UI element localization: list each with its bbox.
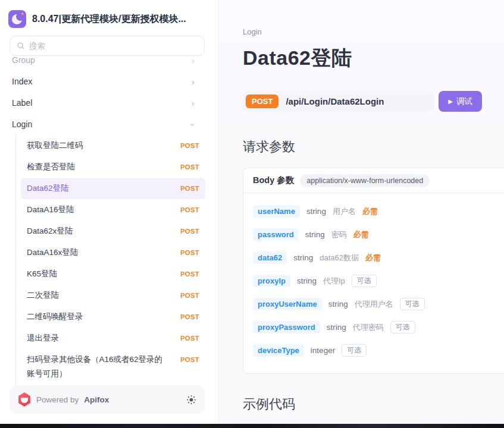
param-description: 代理密码 (353, 322, 384, 333)
search-icon (17, 42, 25, 50)
param-description: 密码 (331, 229, 347, 240)
endpoint-row: POST /api/Login/Data62Login ▶ 调试 (243, 91, 504, 112)
body-params-header: Body 参数 application/x-www-form-urlencode… (243, 168, 504, 193)
window-bottom-edge (0, 424, 504, 428)
sidebar-group-index[interactable]: Index › (10, 71, 205, 92)
sidebar-nav: Group › Index › Label › Login › 获取登陆二维码 … (0, 49, 218, 385)
sidebar-item[interactable]: K65登陆 POST (21, 263, 205, 285)
param-list: userName string 用户名 必需 password string 密… (243, 193, 504, 373)
param-required-badge: 必需 (362, 206, 378, 217)
param-row: userName string 用户名 必需 (253, 202, 504, 221)
endpoint-bar[interactable]: POST /api/Login/Data62Login (243, 91, 434, 112)
param-name-pill: userName (253, 205, 300, 218)
app-header: ✦ 8.0.47|更新代理模块/更新授权模块... (0, 0, 218, 34)
sun-icon (186, 395, 196, 405)
param-type: string (293, 253, 313, 262)
param-name-pill: proxyPassword (253, 321, 320, 333)
powered-by-text: Powered by (36, 395, 79, 404)
chevron-down-icon: › (189, 123, 198, 126)
page-title: Data62登陆 (243, 45, 504, 72)
param-row: deviceType integer 可选 (253, 341, 504, 360)
param-name-pill: password (253, 228, 299, 241)
param-description: 代理用户名 (355, 299, 393, 310)
method-post-label: POST (180, 349, 199, 370)
sidebar-group-label[interactable]: Label › (10, 92, 205, 114)
search-wrap (0, 34, 218, 57)
debug-button-label: 调试 (456, 96, 472, 107)
sidebar-item[interactable]: DataA16x登陆 POST (21, 242, 205, 263)
chevron-right-icon: › (192, 99, 195, 108)
chevron-right-icon: › (192, 77, 195, 86)
theme-toggle-button[interactable] (186, 395, 196, 405)
search-input[interactable] (29, 42, 198, 51)
param-description: data62数据 (320, 253, 359, 263)
body-params-card: Body 参数 application/x-www-form-urlencode… (243, 168, 504, 374)
apifox-brand-text: Apifox (84, 395, 109, 404)
endpoint-path: /api/Login/Data62Login (286, 96, 384, 106)
param-row: data62 string data62数据 必需 (253, 248, 504, 268)
param-required-badge: 可选 (342, 344, 367, 357)
main-content: Login Data62登陆 POST /api/Login/Data62Log… (219, 0, 504, 424)
method-post-label: POST (180, 221, 199, 242)
method-post-badge: POST (246, 95, 278, 109)
breadcrumb: Login (243, 27, 504, 36)
param-type: string (305, 230, 325, 239)
param-required-badge: 可选 (390, 321, 415, 333)
sidebar-group-login[interactable]: Login › (10, 114, 205, 135)
sidebar-item[interactable]: 二次登陆 POST (21, 285, 205, 306)
param-type: integer (311, 346, 335, 355)
sample-code-heading: 示例代码 (243, 395, 504, 413)
param-row: proxyUserName string 代理用户名 可选 (253, 294, 504, 314)
sidebar-item[interactable]: Data62登陆 POST (21, 178, 205, 199)
method-post-label: POST (180, 178, 199, 199)
param-row: proxyPassword string 代理密码 可选 (253, 317, 504, 337)
method-post-label: POST (180, 263, 199, 285)
debug-button[interactable]: ▶ 调试 (439, 91, 482, 112)
content-type-pill: application/x-www-form-urlencoded (300, 174, 430, 187)
param-required-badge: 可选 (400, 298, 425, 310)
method-post-label: POST (180, 285, 199, 306)
sidebar-item[interactable]: 二维码唤醒登录 POST (21, 306, 205, 328)
sidebar: ✦ 8.0.47|更新代理模块/更新授权模块... Group › Index … (0, 0, 219, 424)
param-name-pill: deviceType (253, 344, 304, 357)
app-logo-icon: ✦ (8, 10, 26, 28)
method-post-label: POST (180, 135, 199, 156)
request-params-heading: 请求参数 (243, 138, 504, 156)
body-params-label: Body 参数 (253, 175, 294, 186)
method-post-label: POST (180, 199, 199, 221)
param-type: string (328, 300, 348, 309)
param-required-badge: 必需 (365, 253, 381, 263)
sidebar-item[interactable]: 退出登录 POST (21, 328, 205, 349)
param-type: string (327, 323, 346, 332)
param-name-pill: proxyUserName (253, 298, 322, 310)
sidebar-item[interactable]: Data62x登陆 POST (21, 221, 205, 242)
search-box[interactable] (10, 36, 205, 56)
sidebar-item[interactable]: 扫码登录其他设备（A16或者62登录的账号可用） POST (21, 349, 205, 385)
param-type: string (297, 276, 317, 285)
param-description: 用户名 (333, 206, 356, 217)
param-row: proxyIp string 代理Ip 可选 (253, 271, 504, 291)
method-post-label: POST (180, 156, 199, 178)
param-description: 代理Ip (323, 276, 345, 287)
sidebar-item[interactable]: DataA16登陆 POST (21, 199, 205, 221)
param-name-pill: proxyIp (253, 275, 290, 287)
login-submenu: 获取登陆二维码 POST 检查是否登陆 POST Data62登陆 POST D… (15, 135, 205, 385)
sidebar-item[interactable]: 获取登陆二维码 POST (21, 135, 205, 156)
method-post-label: POST (180, 306, 199, 328)
sidebar-item[interactable]: 检查是否登陆 POST (21, 156, 205, 178)
app-version-title: 8.0.47|更新代理模块/更新授权模块... (32, 13, 186, 26)
apifox-logo-icon (18, 392, 31, 407)
param-row: password string 密码 必需 (253, 225, 504, 244)
param-required-badge: 必需 (353, 229, 369, 240)
method-post-label: POST (180, 242, 199, 263)
play-icon: ▶ (448, 98, 453, 105)
param-type: string (306, 207, 326, 216)
param-name-pill: data62 (253, 251, 287, 264)
param-required-badge: 可选 (352, 275, 377, 287)
method-post-label: POST (180, 328, 199, 349)
powered-by-footer[interactable]: Powered by Apifox (10, 385, 205, 414)
